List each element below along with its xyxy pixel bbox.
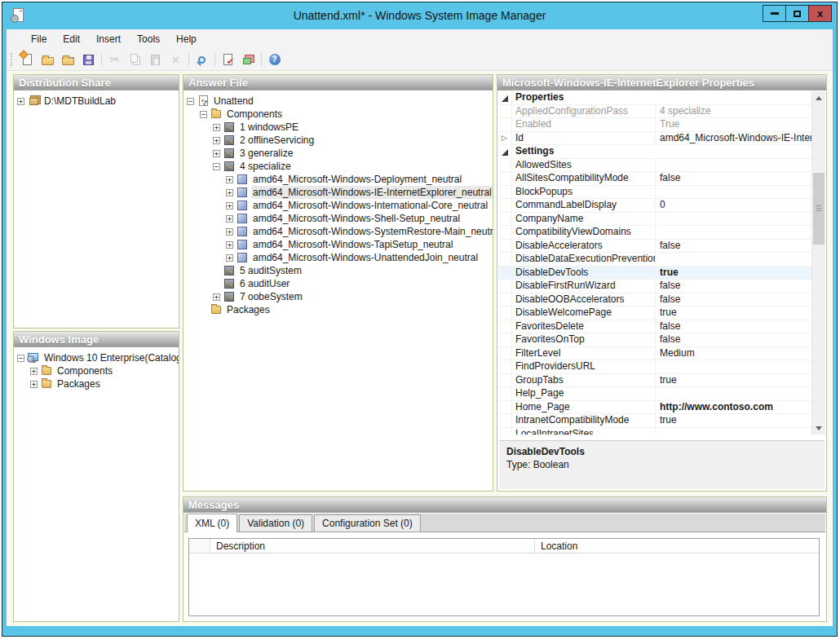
answer-file-node[interactable]: 6 auditUser — [183, 277, 493, 290]
property-value[interactable]: true — [656, 414, 811, 427]
property-row[interactable]: DisableOOBAcceleratorsfalse — [498, 293, 811, 307]
expand-icon[interactable]: + — [226, 215, 233, 223]
property-value[interactable]: false — [656, 172, 811, 185]
expand-icon[interactable]: + — [226, 189, 233, 196]
menu-item-help[interactable]: Help — [168, 30, 205, 48]
answer-file-node[interactable]: 5 auditSystem — [183, 264, 493, 277]
property-value[interactable]: true — [656, 307, 811, 320]
expand-icon[interactable]: + — [17, 98, 24, 105]
create-configuration-set-button[interactable] — [239, 51, 258, 68]
column-header-location[interactable]: Location — [535, 539, 819, 553]
property-value[interactable] — [656, 360, 811, 373]
property-row[interactable]: CompanyName — [498, 213, 811, 227]
property-row[interactable]: GroupTabstrue — [498, 374, 811, 388]
answer-file-node[interactable]: −4 specialize — [183, 160, 493, 173]
property-row[interactable]: FavoritesOnTopfalse — [498, 333, 811, 347]
property-row[interactable]: Help_Page — [498, 387, 811, 401]
expand-icon[interactable]: + — [226, 202, 233, 210]
property-category-row[interactable]: Settings — [498, 145, 811, 159]
property-value[interactable] — [656, 428, 811, 435]
minimize-button[interactable] — [763, 5, 786, 22]
collapse-icon[interactable]: − — [17, 355, 24, 362]
answer-file-node[interactable]: +7 oobeSystem — [183, 290, 493, 303]
answer-file-node[interactable]: +2 offlineServicing — [183, 134, 493, 147]
expand-icon[interactable]: + — [213, 137, 220, 144]
category-expanded-icon[interactable] — [502, 95, 508, 102]
expand-icon[interactable]: + — [213, 150, 220, 157]
answer-file-node[interactable]: +amd64_Microsoft-Windows-International-C… — [183, 199, 493, 212]
expand-icon[interactable]: + — [226, 254, 233, 262]
property-row[interactable]: DisableDevToolstrue — [498, 267, 811, 280]
find-button[interactable] — [192, 51, 211, 68]
scroll-up-icon[interactable] — [812, 91, 825, 104]
close-button[interactable]: x — [808, 5, 832, 22]
answer-file-node[interactable]: +amd64_Microsoft-Windows-SystemRestore-M… — [183, 225, 493, 238]
property-value[interactable]: Medium — [656, 347, 811, 360]
property-category-row[interactable]: Properties — [498, 91, 811, 105]
property-value[interactable] — [656, 186, 811, 199]
property-row[interactable]: EnabledTrue — [498, 118, 811, 132]
property-value[interactable]: True — [656, 118, 811, 131]
property-row[interactable]: AppliedConfigurationPass4 specialize — [498, 105, 811, 119]
save-answer-file-button[interactable] — [79, 51, 98, 68]
answer-file-node[interactable]: +amd64_Microsoft-Windows-Shell-Setup_neu… — [183, 212, 493, 225]
property-row[interactable]: CommandLabelDisplay0 — [498, 199, 811, 213]
property-value[interactable]: amd64_Microsoft-Windows-IE-InternetExplo… — [656, 132, 811, 145]
expand-icon[interactable]: + — [30, 381, 38, 388]
answer-file-node[interactable]: Packages — [183, 303, 493, 316]
menu-item-tools[interactable]: Tools — [129, 30, 168, 48]
maximize-button[interactable] — [785, 5, 809, 22]
property-row[interactable]: LocalIntranetSites — [498, 428, 811, 435]
expand-icon[interactable]: + — [30, 368, 38, 375]
property-row[interactable]: Home_Pagehttp://www.contoso.com — [498, 401, 811, 415]
windows-image-node[interactable]: +Components — [14, 364, 179, 377]
scrollbar-thumb[interactable] — [813, 173, 825, 245]
menu-item-insert[interactable]: Insert — [88, 30, 129, 48]
menu-item-file[interactable]: File — [23, 30, 55, 48]
property-row[interactable]: AllSitesCompatibilityModefalse — [498, 172, 811, 186]
property-value[interactable]: http://www.contoso.com — [656, 401, 811, 414]
column-header-description[interactable]: Description — [210, 539, 535, 553]
windows-image-node[interactable]: −Windows 10 Enterprise(Catalog) — [14, 351, 179, 364]
property-value[interactable]: true — [656, 374, 811, 387]
property-collapsed-icon[interactable]: ▷ — [502, 134, 507, 142]
open-distribution-share-button[interactable] — [38, 51, 57, 68]
new-answer-file-button[interactable] — [18, 51, 37, 68]
property-value[interactable] — [656, 253, 811, 266]
property-value[interactable] — [656, 387, 811, 400]
windows-image-node[interactable]: +Packages — [14, 377, 179, 390]
collapse-icon[interactable]: − — [200, 111, 207, 118]
property-value[interactable]: true — [656, 267, 811, 280]
tab-configuration-set-0[interactable]: Configuration Set (0) — [314, 514, 421, 532]
expand-icon[interactable]: + — [226, 228, 233, 236]
property-row[interactable]: FavoritesDeletefalse — [498, 320, 811, 334]
property-row[interactable]: AllowedSites — [498, 159, 811, 173]
property-row[interactable]: DisableWelcomePagetrue — [498, 307, 811, 320]
answer-file-node[interactable]: +amd64_Microsoft-Windows-UnattendedJoin_… — [183, 251, 493, 264]
property-value[interactable]: false — [656, 293, 811, 307]
property-value[interactable]: 4 specialize — [656, 105, 811, 118]
toolbar-grip[interactable] — [11, 53, 13, 66]
property-value[interactable]: false — [656, 280, 811, 293]
property-row[interactable]: ▷Idamd64_Microsoft-Windows-IE-InternetEx… — [498, 132, 811, 146]
property-row[interactable]: DisableDataExecutionPrevention — [498, 253, 811, 267]
property-row[interactable]: FilterLevelMedium — [498, 347, 811, 361]
property-row[interactable]: DisableFirstRunWizardfalse — [498, 280, 811, 293]
menu-item-edit[interactable]: Edit — [55, 30, 88, 48]
answer-file-node[interactable]: −Components — [183, 108, 493, 121]
collapse-icon[interactable]: − — [213, 163, 220, 170]
expand-icon[interactable]: + — [226, 176, 233, 183]
property-row[interactable]: FindProvidersURL — [498, 360, 811, 374]
property-value[interactable]: 0 — [656, 199, 811, 212]
property-value[interactable]: false — [656, 240, 811, 253]
property-value[interactable] — [656, 159, 811, 172]
distribution-share-node[interactable]: +D:\MDTBuildLab — [14, 95, 179, 108]
answer-file-node[interactable]: +amd64_Microsoft-Windows-IE-InternetExpl… — [183, 186, 493, 199]
expand-icon[interactable]: + — [226, 241, 233, 249]
help-button[interactable] — [265, 51, 284, 68]
answer-file-node[interactable]: +amd64_Microsoft-Windows-Deployment_neut… — [183, 173, 493, 186]
property-row[interactable]: BlockPopups — [498, 186, 811, 200]
property-value[interactable] — [656, 213, 811, 226]
answer-file-node[interactable]: +3 generalize — [183, 147, 493, 160]
scroll-down-icon[interactable] — [812, 421, 825, 434]
